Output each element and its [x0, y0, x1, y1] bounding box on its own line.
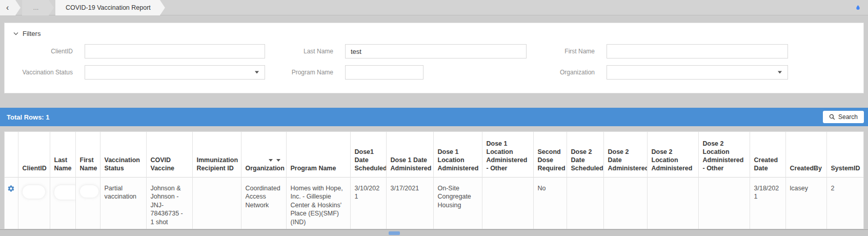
col-first-name[interactable]: First Name: [75, 132, 100, 177]
table-row: Partial vaccination Johnson & Johnson - …: [5, 177, 864, 229]
last-name-input[interactable]: [345, 44, 527, 58]
cell-dose2-location-other: [698, 177, 750, 229]
last-name-label: Last Name: [265, 48, 333, 55]
col-system-id[interactable]: SystemID: [826, 132, 864, 177]
col-client-id[interactable]: ClientID: [18, 132, 50, 177]
col-dose2-location-other[interactable]: Dose 2 Location Administered - Other: [698, 132, 750, 177]
cell-dose1-location-administered: On-Site Congregate Housing: [433, 177, 482, 229]
cell-dose1-date-scheduled: 3/10/2021: [350, 177, 386, 229]
col-dose2-location-administered[interactable]: Dose 2 Location Administered: [647, 132, 698, 177]
col-dose2-date-scheduled[interactable]: Dose 2 Date Scheduled: [567, 132, 603, 177]
redacted-value: [80, 185, 98, 198]
client-id-input[interactable]: [85, 44, 265, 58]
cell-dose2-date-scheduled: [567, 177, 603, 229]
top-bar: ‹ ... COVID-19 Vaccination Report: [0, 0, 868, 15]
cell-created-by: lcasey: [785, 177, 826, 229]
breadcrumb-ellipsis[interactable]: ...: [22, 0, 54, 15]
organization-select[interactable]: [607, 65, 788, 80]
cell-second-dose-required: No: [533, 177, 567, 229]
vaccination-status-label: Vaccination Status: [5, 69, 73, 76]
col-dose1-date-scheduled[interactable]: Dose1 Date Scheduled: [350, 132, 386, 177]
cell-dose1-date-administered: 3/17/2021: [386, 177, 433, 229]
cell-dose1-location-other: [482, 177, 533, 229]
program-name-label: Program Name: [265, 69, 333, 76]
col-actions: [5, 132, 18, 177]
dropdown-arrow-icon: [778, 71, 782, 74]
scrollbar-thumb[interactable]: [389, 231, 400, 235]
col-created-date[interactable]: Created Date: [750, 132, 785, 177]
cell-last-name: [50, 177, 75, 229]
col-dose2-date-administered[interactable]: Dose 2 Date Administered: [603, 132, 647, 177]
sort-desc-icon: [276, 159, 280, 162]
organization-label: Organization: [527, 69, 595, 76]
redacted-value: [54, 185, 76, 200]
program-name-input[interactable]: [345, 65, 423, 80]
first-name-label: First Name: [527, 48, 595, 55]
redacted-value: [23, 185, 45, 199]
chevron-down-icon: [13, 32, 18, 35]
dropdown-arrow-icon: [255, 71, 259, 74]
report-table: ClientID Last Name First Name Vaccinatio…: [4, 131, 864, 229]
col-immunization-recipient-id[interactable]: Immunization Recipient ID: [192, 132, 241, 177]
cell-covid-vaccine: Johnson & Johnson - JNJ-78436735 - 1 sho…: [146, 177, 192, 229]
filters-collapse-toggle[interactable]: Filters: [5, 23, 863, 37]
col-organization[interactable]: Organization: [241, 132, 286, 177]
total-rows-label: Total Rows: 1: [7, 113, 50, 121]
col-second-dose-required[interactable]: Second Dose Required: [533, 132, 567, 177]
client-id-label: ClientID: [5, 48, 73, 55]
filters-panel: Filters ClientID Last Name First Name Va…: [4, 23, 864, 93]
horizontal-scrollbar[interactable]: [0, 229, 868, 236]
row-actions-cell: [5, 177, 18, 229]
cell-first-name: [75, 177, 100, 229]
filters-header-label: Filters: [23, 30, 41, 37]
breadcrumb-report-title[interactable]: COVID-19 Vaccination Report: [55, 0, 165, 15]
back-button[interactable]: ‹: [0, 0, 21, 15]
back-arrow-icon: ‹: [6, 0, 9, 15]
cell-created-date: 3/18/2021: [750, 177, 785, 229]
cell-immunization-recipient-id: [192, 177, 241, 229]
cell-organization: Coordinated Access Network: [241, 177, 286, 229]
col-vaccination-status[interactable]: Vaccination Status: [100, 132, 146, 177]
cell-system-id: 2: [826, 177, 864, 229]
search-button[interactable]: Search: [823, 111, 864, 123]
gear-icon[interactable]: [7, 185, 15, 192]
search-icon: [829, 114, 835, 120]
vaccination-status-select[interactable]: [85, 65, 265, 80]
col-program-name[interactable]: Program Name: [286, 132, 350, 177]
search-button-label: Search: [838, 113, 858, 121]
cell-dose2-location-administered: [647, 177, 698, 229]
sort-icons[interactable]: [246, 159, 282, 162]
header-row: ClientID Last Name First Name Vaccinatio…: [5, 132, 864, 177]
droplet-icon[interactable]: [855, 4, 861, 11]
col-created-by[interactable]: CreatedBy: [785, 132, 826, 177]
cell-program-name: Homes with Hope, Inc. - Gillespie Center…: [286, 177, 350, 229]
results-bar: Total Rows: 1 Search: [0, 108, 868, 126]
cell-dose2-date-administered: [603, 177, 647, 229]
col-dose1-date-administered[interactable]: Dose 1 Date Administered: [386, 132, 433, 177]
sort-desc-icon: [269, 159, 273, 162]
col-covid-vaccine[interactable]: COVID Vaccine: [146, 132, 192, 177]
col-dose1-location-other[interactable]: Dose 1 Location Administered - Other: [482, 132, 533, 177]
cell-vaccination-status: Partial vaccination: [100, 177, 146, 229]
col-dose1-location-administered[interactable]: Dose 1 Location Administered: [433, 132, 482, 177]
col-last-name[interactable]: Last Name: [50, 132, 75, 177]
first-name-input[interactable]: [607, 44, 788, 58]
cell-client-id: [18, 177, 50, 229]
